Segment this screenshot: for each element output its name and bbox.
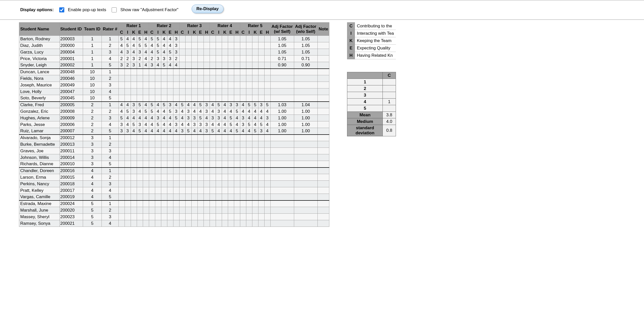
cell-score [143,141,149,148]
cell-score [118,148,125,154]
cell-score [131,187,137,194]
cell-score [258,207,264,214]
cell-team-id: 4 [83,168,102,174]
cell-score [222,69,228,75]
cell-score: 3 [131,108,137,115]
cell-score [258,187,264,194]
cell-score: 4 [137,115,143,121]
cell-score [216,161,222,168]
cell-score [149,200,155,207]
cell-score: 3 [155,115,161,121]
cell-score [216,88,222,95]
cell-student-name: Love, Holly [19,88,60,95]
legend-text: Keeping the Team [355,37,396,45]
cell-score: 4 [264,128,270,135]
show-raw-option[interactable]: Show raw "Adjustment Factor" [112,7,178,12]
cell-rater-num: 4 [102,55,118,62]
cell-score: 4 [204,115,210,121]
cell-score [252,207,258,214]
cell-score [185,161,191,168]
cell-score [143,135,149,141]
cell-score: 4 [197,108,204,115]
cell-score [118,75,125,82]
cell-score [210,69,216,75]
header-cikeh-K: K [161,29,167,36]
legend-text: Having Related Kn [355,52,396,59]
cell-student-id: 200011 [60,148,83,154]
cell-score [210,174,216,181]
cell-score [161,174,167,181]
cell-score [246,42,252,49]
cell-score [179,207,185,214]
cell-score [173,82,179,88]
cell-score [179,181,185,187]
cell-score: 5 [155,49,161,55]
cell-note [317,141,329,148]
enable-popups-checkbox[interactable] [59,7,64,12]
cell-score [258,36,264,42]
cell-score [234,55,240,62]
header-cikeh-H: H [234,29,240,36]
cell-student-id: 200049 [60,82,83,88]
cell-student-name: Duncan, Lance [19,69,60,75]
cell-score: 4 [131,49,137,55]
cell-score [246,75,252,82]
cell-score: 4 [228,108,234,115]
cell-score [234,154,240,161]
cell-score: 4 [143,102,149,108]
cell-score: 4 [167,62,173,69]
cell-adj-wo-self: 0.71 [294,55,317,62]
cell-score [179,49,185,55]
cell-score [264,95,270,102]
cell-rater-num: 5 [102,194,118,200]
cell-score [228,168,234,174]
redisplay-button[interactable]: Re-Display [192,5,224,13]
header-rater-group-1: Rater 1 [118,23,149,29]
cell-score [131,207,137,214]
cell-score [240,95,246,102]
table-row: Ruiz, Lamar20000725334544444435443544454… [19,128,329,135]
stats-row-val [383,85,396,92]
cell-score: 5 [118,115,125,121]
cell-score [234,75,240,82]
cell-adj-wo-self: 1.00 [294,115,317,121]
cell-score [191,49,197,55]
cell-score [173,168,179,174]
cell-score: 5 [155,121,161,128]
cell-rater-num: 3 [102,148,118,154]
cell-score [222,82,228,88]
cell-adj-wo-self [294,75,317,82]
cell-score [118,135,125,141]
cell-score [222,95,228,102]
cell-score [155,154,161,161]
cell-score: 3 [234,102,240,108]
cell-student-name: Garza, Lucy [19,49,60,55]
cell-score [204,174,210,181]
cell-score [210,194,216,200]
cell-score [149,220,155,227]
cell-student-id: 200048 [60,69,83,75]
cell-student-name: Vargas, Camille [19,194,60,200]
enable-popups-option[interactable]: Enable pop-up texts [59,7,106,12]
cell-score [161,194,167,200]
cell-score [125,135,131,141]
cell-score: 4 [155,62,161,69]
cell-score: 3 [197,121,204,128]
cell-score [179,69,185,75]
stats-row-val [383,105,396,112]
stats-row-val: 1 [383,99,396,105]
legend-row: IInteracting with Tea [347,30,396,37]
show-raw-checkbox[interactable] [112,7,117,12]
cell-score: 4 [264,108,270,115]
cell-score [264,55,270,62]
cell-score: 5 [137,102,143,108]
cell-score [228,148,234,154]
cell-adj-wo-self [294,69,317,75]
cell-score [143,187,149,194]
cell-score: 5 [137,36,143,42]
cell-score [137,75,143,82]
cell-score [246,62,252,69]
cell-score [155,75,161,82]
cell-score [197,174,204,181]
cell-score [191,141,197,148]
